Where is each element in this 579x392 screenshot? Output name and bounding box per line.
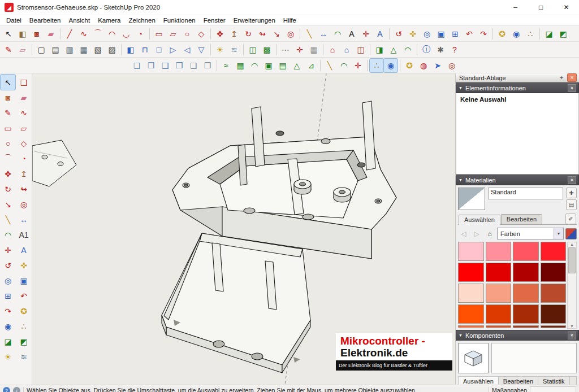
model-info-icon[interactable]: ⓘ [420,43,433,56]
from-scratch-icon[interactable]: ▦ [234,59,247,72]
forward-icon[interactable]: ▷ [471,228,482,239]
shaded-textures-icon[interactable]: ▦ [77,43,90,56]
position-camera-alt-icon[interactable]: ✪ [403,59,416,72]
color-swatch[interactable] [513,242,539,261]
axes-tool-icon[interactable]: ✛ [1,242,15,258]
tape-measure-alt-icon[interactable]: ╲ [323,59,336,72]
model-viewport[interactable]: Mikrocontroller - Elektronik.de Der Elek… [32,73,455,385]
eraser-icon[interactable]: ▰ [44,27,58,41]
smooth-icon[interactable]: ◠ [401,43,414,56]
zoom-extents-icon[interactable]: ⊞ [448,27,462,41]
arc-icon[interactable]: ⌒ [91,27,105,41]
look-around-icon[interactable]: ◉ [509,27,523,41]
preferences-icon[interactable]: ✱ [434,43,447,56]
scale-tool-icon[interactable]: ↘ [1,197,15,212]
dimension-icon[interactable]: ↔ [317,27,330,41]
pin-icon[interactable]: ✦ [558,75,565,81]
paint-tool-icon[interactable]: ◙ [1,90,15,105]
scroll-up-icon[interactable]: ▲ [570,242,574,246]
look-tool-icon[interactable]: ◉ [1,319,15,334]
menu-hilfe[interactable]: Hilfe [279,16,300,24]
menu-kamera[interactable]: Kamera [94,16,124,24]
back-view-icon[interactable]: ▽ [195,43,208,56]
extension-warehouse-icon[interactable]: ⌂ [340,43,353,56]
rectangle-tool-icon[interactable]: ▭ [1,120,15,136]
line-icon[interactable]: ╱ [63,27,76,41]
components-tab-auswaehlen[interactable]: Auswählen [459,377,499,385]
color-swatch[interactable] [458,284,484,303]
material-collection-dropdown[interactable]: Farben ▾ [497,228,564,239]
element-info-header[interactable]: ▼ Elementinformationen ✕ [456,82,579,93]
make-component-icon[interactable]: ◧ [16,27,29,41]
components-tab-statistik[interactable]: Statistik [538,377,570,385]
stereo-icon[interactable]: ◎ [445,59,459,72]
layout-icon[interactable]: ◫ [354,43,368,56]
follow-me-icon[interactable]: ↬ [256,27,269,41]
right-view-icon[interactable]: ▷ [166,43,180,56]
select-icon[interactable]: ↖ [2,27,15,41]
color-swatch[interactable] [486,284,512,303]
outer-shell-icon[interactable]: ❏ [130,59,144,72]
zoom-window-icon[interactable]: ▣ [434,27,448,41]
materials-close-button[interactable]: ✕ [568,176,576,184]
pie-icon[interactable]: ◔ [133,27,147,41]
home-icon[interactable]: ⌂ [484,228,495,239]
move-tool-icon[interactable]: ✥ [1,166,15,181]
color-swatch[interactable] [541,242,567,261]
hidden-line-icon[interactable]: ▤ [49,43,62,56]
back-icon[interactable]: ◁ [458,228,469,239]
color-swatch[interactable] [541,325,567,328]
split-icon[interactable]: ❐ [201,59,214,72]
swatch-scrollbar[interactable]: ▲ ▼ [567,242,577,329]
smoove-icon[interactable]: ◠ [248,59,261,72]
followme-tool-icon[interactable]: ↬ [16,181,31,197]
paint-bucket-icon[interactable]: ◙ [30,27,44,41]
materials-header[interactable]: ▼ Materialien ✕ [456,175,579,185]
color-swatch[interactable] [541,304,567,324]
pushpull-tool-icon[interactable]: ↥ [16,166,31,181]
image-igloo-icon[interactable]: ◍ [417,59,430,72]
orbit-tool-icon[interactable]: ↺ [1,258,15,273]
freehand-icon[interactable]: ∿ [77,27,90,41]
rectangle-icon[interactable]: ▭ [152,27,166,41]
rotated-rect-tool-icon[interactable]: ▱ [16,120,31,136]
section-plane-icon[interactable]: ◪ [542,27,556,41]
axes-toggle-icon[interactable]: ✛ [293,43,306,56]
material-name-field[interactable]: Standard [488,188,563,199]
polygon-tool-icon[interactable]: ◇ [16,136,31,151]
circle-tool-icon[interactable]: ○ [1,136,15,151]
north-arrow-icon[interactable]: ➤ [431,59,444,72]
hidden-geometry-icon[interactable]: ▦ [307,43,321,56]
protractor-alt-icon[interactable]: ◠ [337,59,351,72]
model-part-lid[interactable] [162,233,310,373]
fog-tool-icon[interactable]: ≋ [16,349,31,364]
maximize-button[interactable]: □ [528,0,554,15]
tape-tool-icon[interactable]: ╲ [1,212,15,227]
color-swatch[interactable] [541,284,567,303]
create-material-button[interactable]: ✚ [566,188,577,198]
look-toggle-icon[interactable]: ◉ [384,59,397,72]
iso-view-icon[interactable]: ◧ [124,43,137,56]
two-point-arc-icon[interactable]: ◠ [105,27,119,41]
model-part-plate[interactable] [32,140,76,186]
tray-header[interactable]: Standard-Ablage ✦ ✕ [456,73,579,82]
union-icon[interactable]: ❑ [158,59,172,72]
stamp-icon[interactable]: ▣ [262,59,275,72]
dimension-tool-icon[interactable]: ↔ [16,212,31,227]
axes-icon[interactable]: ✛ [359,27,373,41]
menu-bearbeiten[interactable]: Bearbeiten [25,16,65,24]
guides-icon[interactable]: ⋯ [279,43,292,56]
3dtext-tool-icon[interactable]: A [16,242,31,258]
color-swatch[interactable] [486,325,512,328]
info-icon[interactable]: i [13,387,20,392]
close-button[interactable]: ✕ [554,0,579,15]
section-tool-icon[interactable]: ◪ [1,334,15,349]
chevron-down-icon[interactable]: ▾ [554,228,563,239]
color-swatch[interactable] [458,325,484,328]
material-details-button[interactable]: ▤ [566,199,577,210]
color-swatch[interactable] [486,304,512,324]
pencil-icon[interactable]: ✎ [2,43,15,56]
rotate-tool-icon[interactable]: ↻ [1,181,15,197]
back-edges-icon[interactable]: ▩ [260,43,274,56]
component-preview-thumbnail[interactable] [458,343,489,373]
